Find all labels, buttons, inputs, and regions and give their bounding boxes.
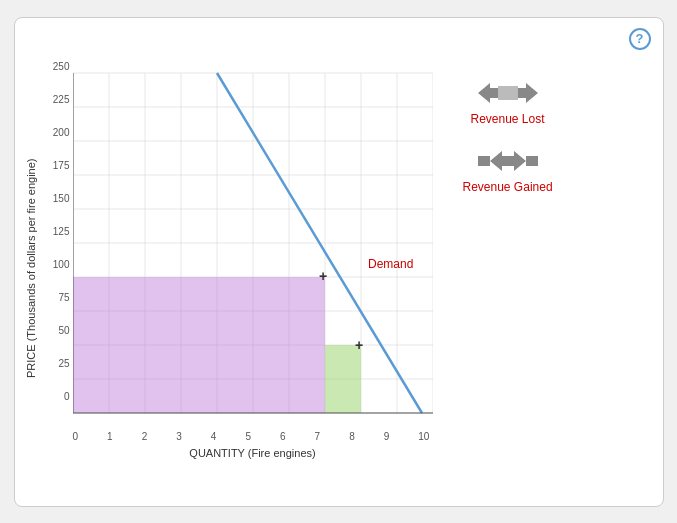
x-tick-6: 6 (280, 432, 289, 442)
revenue-lost-icon (478, 78, 538, 108)
revenue-lost-label: Revenue Lost (471, 112, 545, 126)
graph-container: Demand + + (73, 58, 433, 428)
y-tick-200: 200 (45, 128, 73, 138)
graph-svg: Demand + + (73, 58, 433, 428)
x-tick-2: 2 (142, 432, 151, 442)
y-tick-150: 150 (45, 194, 73, 204)
y-tick-125: 125 (45, 227, 73, 237)
x-tick-7: 7 (315, 432, 324, 442)
x-tick-10: 10 (418, 432, 432, 442)
y-tick-0: 0 (45, 392, 73, 402)
svg-rect-27 (478, 156, 490, 166)
help-button[interactable]: ? (629, 28, 651, 50)
x-tick-5: 5 (245, 432, 254, 442)
crosshair-high[interactable]: + (319, 268, 327, 284)
legend-item-gained: Revenue Gained (463, 146, 553, 194)
svg-marker-25 (498, 86, 518, 100)
y-tick-25: 25 (45, 359, 73, 369)
x-tick-3: 3 (176, 432, 185, 442)
x-tick-0: 0 (73, 432, 82, 442)
revenue-gained-label: Revenue Gained (463, 180, 553, 194)
revenue-gained-rect (325, 345, 361, 413)
svg-marker-26 (490, 151, 526, 171)
crosshair-low[interactable]: + (355, 337, 363, 353)
x-ticks-row: 0 1 2 3 4 5 6 7 8 9 10 (73, 432, 433, 442)
x-tick-1: 1 (107, 432, 116, 442)
x-tick-4: 4 (211, 432, 220, 442)
revenue-gained-icon (478, 146, 538, 176)
y-tick-50: 50 (45, 326, 73, 336)
x-tick-9: 9 (384, 432, 393, 442)
y-tick-175: 175 (45, 161, 73, 171)
y-tick-250: 250 (45, 62, 73, 72)
y-tick-75: 75 (45, 293, 73, 303)
chart-area: PRICE (Thousands of dollars per fire eng… (25, 58, 653, 478)
y-tick-225: 225 (45, 95, 73, 105)
y-ticks: 0 25 50 75 100 125 150 175 200 225 250 (45, 62, 73, 402)
demand-label: Demand (368, 257, 413, 271)
x-tick-8: 8 (349, 432, 358, 442)
legend-area: Revenue Lost Revenue Gained (463, 78, 553, 478)
main-card: ? PRICE (Thousands of dollars per fire e… (14, 17, 664, 507)
y-tick-100: 100 (45, 260, 73, 270)
x-axis-label: QUANTITY (Fire engines) (73, 447, 433, 459)
svg-rect-28 (526, 156, 538, 166)
y-axis-label: PRICE (Thousands of dollars per fire eng… (25, 58, 41, 478)
legend-item-lost: Revenue Lost (471, 78, 545, 126)
revenue-lost-rect (73, 277, 325, 413)
